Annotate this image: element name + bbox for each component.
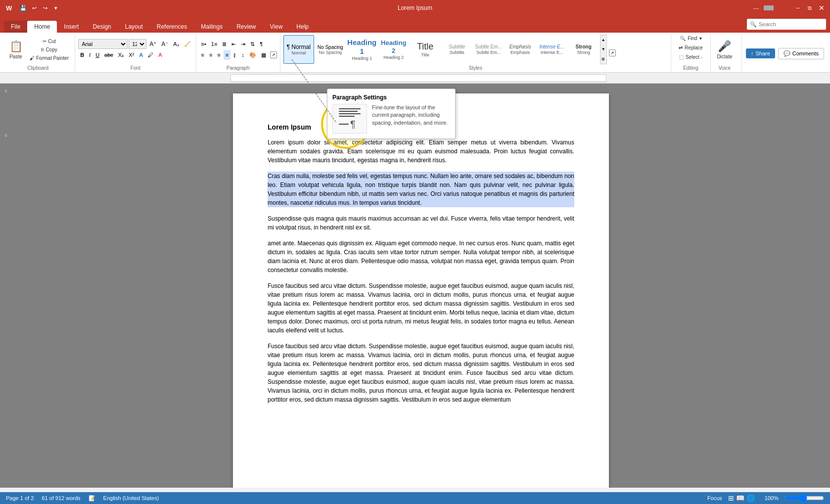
zoom-slider[interactable]	[784, 496, 824, 501]
style-emphasis[interactable]: Emphasis Emphasis	[505, 35, 536, 64]
align-left-button[interactable]: ≡	[199, 50, 206, 60]
style-subtitle[interactable]: Subtitle Subtitle	[442, 35, 472, 64]
tab-home[interactable]: Home	[27, 21, 57, 33]
tooltip-lines: ¶	[336, 105, 364, 132]
columns-button[interactable]: ⫿	[231, 50, 238, 60]
document-container[interactable]: Lorem Ipsum Lorem ipsum dolor sit amet, …	[12, 84, 830, 488]
tab-file[interactable]: File	[4, 21, 27, 33]
styles-scroll[interactable]: ▲ ▼ ⊞	[600, 35, 607, 64]
tab-references[interactable]: References	[150, 21, 194, 33]
bold-button[interactable]: B	[78, 50, 86, 60]
borders-button[interactable]: ▦	[259, 50, 268, 60]
bullets-button[interactable]: ≡•	[199, 39, 208, 49]
font-grow-button[interactable]: A⁺	[147, 39, 158, 49]
word-count: 61 of 912 words	[42, 495, 80, 501]
format-painter-button[interactable]: 🖌 Format Painter	[28, 54, 71, 62]
ruler-area: // done via inline SVG below	[0, 73, 830, 84]
multilevel-list-button[interactable]: ≣	[220, 39, 229, 49]
underline-button[interactable]: U	[93, 50, 101, 60]
restore-button[interactable]: ⧉	[805, 3, 814, 12]
font-size-select[interactable]: 12	[129, 39, 146, 49]
page-indicator-2: 5	[4, 133, 7, 138]
select-button[interactable]: ⬚ Select -	[674, 53, 707, 61]
format-painter-icon: 🖌	[30, 55, 35, 61]
search-input[interactable]	[759, 21, 808, 27]
font-label: Font	[78, 64, 192, 72]
style-heading1[interactable]: Heading 1 Heading 1	[347, 35, 377, 64]
shading-button[interactable]: 🎨	[247, 50, 258, 60]
justify-button[interactable]: ≡	[224, 50, 231, 60]
save-quickaccess[interactable]: 💾	[19, 3, 28, 12]
paragraph-1: Lorem ipsum dolor sit amet, consectetur …	[268, 138, 574, 165]
sort-button[interactable]: ⇅	[248, 39, 257, 49]
focus-label[interactable]: Focus	[707, 495, 722, 501]
text-effects-button[interactable]: A	[137, 50, 145, 60]
share-button[interactable]: ↑ Share	[746, 48, 775, 58]
numbering-button[interactable]: 1≡	[209, 39, 220, 49]
paste-button[interactable]: 📋 Paste	[5, 35, 27, 64]
dictate-label: Dictate	[717, 54, 732, 59]
redo-quickaccess[interactable]: ↪	[41, 3, 49, 12]
share-label: Share	[755, 50, 770, 56]
clear-format-button[interactable]: 🧹	[182, 39, 193, 49]
tab-layout[interactable]: Layout	[118, 21, 150, 33]
web-layout-btn[interactable]: 🌐	[746, 494, 755, 502]
customize-quickaccess[interactable]: ▾	[51, 3, 60, 12]
superscript-button[interactable]: X²	[127, 50, 136, 60]
search-box[interactable]: 🔍	[747, 19, 826, 30]
dictate-button[interactable]: 🎤 Dictate	[714, 35, 736, 64]
tab-help[interactable]: Help	[289, 21, 316, 33]
tab-mailings[interactable]: Mailings	[194, 21, 230, 33]
font-shrink-button[interactable]: A⁻	[159, 39, 170, 49]
cut-button[interactable]: ✂ Cut	[28, 38, 71, 45]
font-name-select[interactable]: Arial	[78, 39, 128, 49]
undo-quickaccess[interactable]: ↩	[30, 3, 39, 12]
copy-button[interactable]: ⎘ Copy	[28, 46, 71, 53]
paragraph-4: amet ante. Maecenas quis dignissim ex. A…	[268, 239, 574, 275]
style-normal-label: Normal	[291, 50, 306, 55]
title-bar-left: W 💾 ↩ ↪ ▾	[4, 3, 60, 12]
paste-label: Paste	[9, 54, 22, 59]
select-label: Select -	[686, 54, 702, 60]
style-h1-label: Heading 1	[352, 56, 372, 61]
styles-launcher[interactable]: ↗	[609, 49, 616, 56]
style-title-preview: Title	[417, 42, 433, 52]
increase-indent-button[interactable]: ⇥	[239, 39, 247, 49]
comments-button[interactable]: 💬 Comments	[778, 48, 824, 59]
style-normal[interactable]: ¶ Normal Normal	[283, 35, 314, 64]
style-no-spacing[interactable]: No Spacing No Spacing	[315, 35, 346, 64]
minimize-button[interactable]: ─	[793, 3, 802, 12]
style-title[interactable]: Title Title	[410, 35, 441, 64]
tab-view[interactable]: View	[263, 21, 290, 33]
font-color-button[interactable]: A	[156, 50, 164, 60]
show-formatting-button[interactable]: ¶	[258, 39, 265, 49]
tab-review[interactable]: Review	[230, 21, 263, 33]
clipboard-content: 📋 Paste ✂ Cut ⎘ Copy 🖌 Format Painter	[5, 35, 71, 64]
replace-button[interactable]: ⇄ Replace	[674, 44, 707, 51]
find-button[interactable]: 🔍 Find ▾	[674, 35, 707, 42]
app-icon: W	[4, 4, 14, 12]
close-button[interactable]: ✕	[817, 3, 826, 12]
find-icon: 🔍	[680, 36, 686, 41]
decrease-indent-button[interactable]: ⇤	[230, 39, 238, 49]
align-right-button[interactable]: ≡	[215, 50, 222, 60]
dictate-icon: 🎤	[718, 40, 731, 53]
tab-design[interactable]: Design	[86, 21, 118, 33]
print-layout-btn[interactable]: ⊞	[728, 494, 734, 502]
paragraph-launcher[interactable]: ↗	[270, 51, 277, 58]
tab-insert[interactable]: Insert	[57, 21, 86, 33]
read-mode-btn[interactable]: 📖	[736, 494, 744, 502]
change-case-button[interactable]: Aₐ	[171, 39, 181, 49]
style-heading2[interactable]: Heading 2 Heading 2	[378, 35, 409, 64]
strikethrough-button[interactable]: abc	[102, 50, 115, 60]
align-center-button[interactable]: ≡	[207, 50, 214, 60]
paragraph-group: ≡• 1≡ ≣ ⇤ ⇥ ⇅ ¶ ≡ ≡ ≡ ≡ ⫿ ↕	[196, 35, 280, 72]
line-spacing-button[interactable]: ↕	[239, 50, 246, 60]
subscript-button[interactable]: X₂	[116, 50, 126, 60]
ruler-svg: // done via inline SVG below	[231, 74, 606, 82]
style-intense-e[interactable]: Intense E... Intense E...	[537, 35, 567, 64]
style-strong[interactable]: Strong Strong	[568, 35, 599, 64]
text-highlight-button[interactable]: 🖊	[146, 50, 155, 60]
italic-button[interactable]: I	[87, 50, 92, 60]
style-subtle-em[interactable]: Subtle Em... Subtle Em...	[473, 35, 504, 64]
